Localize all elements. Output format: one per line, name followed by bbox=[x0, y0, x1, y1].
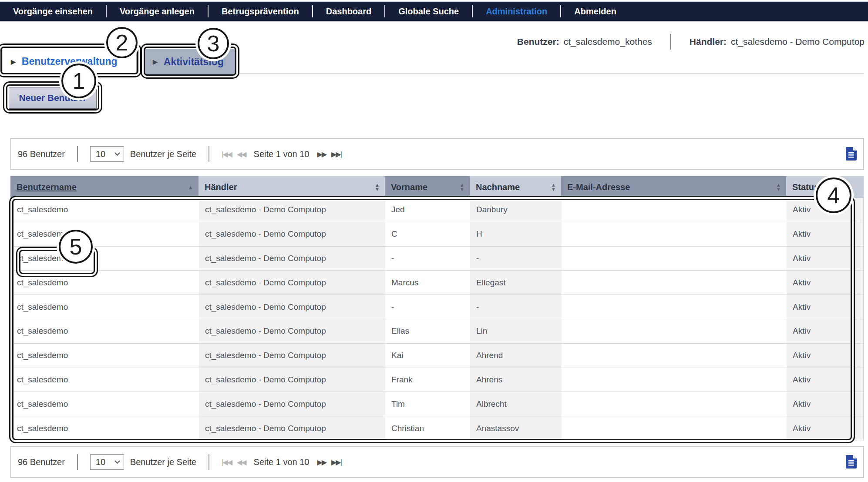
page-indicator: Seite 1 von 10 bbox=[254, 149, 310, 159]
firstname-cell: Christian bbox=[385, 416, 470, 441]
firstname-cell: Kai bbox=[385, 344, 470, 368]
column-header-benutzername[interactable]: Benutzername▲ bbox=[10, 176, 198, 198]
column-header-nachname[interactable]: Nachname▲▼ bbox=[470, 176, 561, 198]
nav-item-dashboard[interactable]: Dashboard bbox=[313, 7, 384, 17]
merchant-cell: ct_salesdemo - Demo Computop bbox=[199, 319, 385, 343]
email-cell bbox=[562, 198, 787, 222]
table-row: ct_salesdemoct_salesdemo - Demo Computop… bbox=[11, 271, 863, 295]
divider bbox=[77, 146, 78, 162]
column-header-status[interactable]: Status bbox=[786, 176, 864, 198]
lastname-cell: Ahrend bbox=[470, 344, 562, 368]
nav-item-betrugsprävention[interactable]: Betrugsprävention bbox=[209, 7, 312, 17]
email-cell bbox=[562, 392, 787, 416]
nav-item-abmelden[interactable]: Abmelden bbox=[561, 7, 629, 17]
pager: |◀◀ ◀◀ Seite 1 von 10 ▶▶ ▶▶| bbox=[222, 457, 341, 467]
lastname-cell: Ellegast bbox=[470, 271, 562, 295]
status-cell: Aktiv bbox=[787, 295, 863, 319]
page-size-value: 10 bbox=[96, 149, 105, 159]
per-page-label: Benutzer je Seite bbox=[130, 457, 196, 467]
email-cell bbox=[562, 295, 787, 319]
result-count: 96 Benutzer bbox=[18, 457, 65, 467]
firstname-cell: Elias bbox=[385, 319, 470, 343]
username-cell[interactable]: ct_salesdemo bbox=[11, 247, 199, 271]
next-page-icon[interactable]: ▶▶ bbox=[317, 150, 326, 158]
table-body: ct_salesdemoct_salesdemo - Demo Computop… bbox=[10, 198, 864, 441]
email-cell bbox=[562, 247, 787, 271]
username-cell[interactable]: ct_salesdemo bbox=[11, 368, 199, 392]
column-header-label: Händler bbox=[205, 182, 237, 192]
merchant-value: ct_salesdemo - Demo Computop bbox=[731, 37, 865, 47]
firstname-cell: - bbox=[385, 295, 470, 319]
export-document-icon[interactable] bbox=[845, 455, 857, 471]
table-row: ct_salesdemoct_salesdemo - Demo Computop… bbox=[11, 416, 863, 441]
lastname-cell: Albrecht bbox=[470, 392, 562, 416]
username-cell[interactable]: ct_salesdemo bbox=[11, 271, 199, 295]
email-cell bbox=[562, 368, 787, 392]
merchant-cell: ct_salesdemo - Demo Computop bbox=[199, 198, 385, 222]
page-size-select[interactable]: 10 bbox=[90, 146, 124, 162]
nav-item-vorgänge-einsehen[interactable]: Vorgänge einsehen bbox=[13, 7, 106, 17]
username-cell[interactable]: ct_salesdemo bbox=[11, 392, 199, 416]
last-page-icon[interactable]: ▶▶| bbox=[331, 150, 341, 158]
lastname-cell: - bbox=[470, 295, 562, 319]
username-cell[interactable]: ct_salesdemo bbox=[11, 344, 199, 368]
last-page-icon[interactable]: ▶▶| bbox=[331, 458, 341, 466]
sort-both-icon: ▲▼ bbox=[460, 183, 464, 191]
table-row: ct_salesdemoct_salesdemo - Demo Computop… bbox=[11, 368, 863, 392]
username-cell[interactable]: ct_salesdemo bbox=[11, 295, 199, 319]
username-cell[interactable]: ct_salesdemo bbox=[11, 319, 199, 343]
tab-benutzerverwaltung[interactable]: ▶ Benutzerverwaltung bbox=[3, 49, 137, 74]
tabstrip-underline bbox=[10, 73, 864, 74]
top-navbar: Vorgänge einsehenVorgänge anlegenBetrugs… bbox=[0, 1, 868, 22]
table-row: ct_salesdemoct_salesdemo - Demo Computop… bbox=[11, 247, 863, 271]
prev-page-icon[interactable]: ◀◀ bbox=[237, 150, 246, 158]
page-size-select[interactable]: 10 bbox=[90, 454, 124, 470]
column-header-label: Benutzername bbox=[17, 182, 77, 192]
merchant-cell: ct_salesdemo - Demo Computop bbox=[199, 271, 385, 295]
nav-item-administration[interactable]: Administration bbox=[473, 7, 560, 17]
page-indicator: Seite 1 von 10 bbox=[254, 457, 310, 467]
prev-page-icon[interactable]: ◀◀ bbox=[237, 458, 246, 466]
user-value: ct_salesdemo_kothes bbox=[564, 37, 652, 47]
sort-both-icon: ▲▼ bbox=[551, 183, 556, 191]
nav-item-globale-suche[interactable]: Globale Suche bbox=[385, 7, 472, 17]
user-info-divider bbox=[670, 34, 671, 50]
merchant-label: Händler: bbox=[690, 37, 727, 47]
username-cell[interactable]: ct_salesdemo bbox=[11, 198, 199, 222]
merchant-cell: ct_salesdemo - Demo Computop bbox=[199, 295, 385, 319]
merchant-cell: ct_salesdemo - Demo Computop bbox=[199, 247, 385, 271]
firstname-cell: C bbox=[385, 222, 470, 246]
column-header-label: Nachname bbox=[476, 182, 520, 192]
new-user-button[interactable]: Neuer Benutzer bbox=[9, 87, 97, 109]
firstname-cell: Frank bbox=[385, 368, 470, 392]
column-header-e-mail-adresse[interactable]: E-Mail-Adresse▲▼ bbox=[561, 176, 786, 198]
merchant-cell: ct_salesdemo - Demo Computop bbox=[199, 392, 385, 416]
email-cell bbox=[562, 319, 787, 343]
column-header-vorname[interactable]: Vorname▲▼ bbox=[385, 176, 470, 198]
pager: |◀◀ ◀◀ Seite 1 von 10 ▶▶ ▶▶| bbox=[222, 149, 341, 159]
status-cell: Aktiv bbox=[787, 271, 863, 295]
export-document-icon[interactable] bbox=[845, 147, 857, 163]
email-cell bbox=[562, 344, 787, 368]
column-header-label: Vorname bbox=[391, 182, 427, 192]
sort-both-icon: ▲▼ bbox=[776, 183, 781, 191]
table-row: ct_salesdemoct_salesdemo - Demo Computop… bbox=[11, 319, 863, 344]
next-page-icon[interactable]: ▶▶ bbox=[317, 458, 326, 466]
lastname-cell: Danbury bbox=[470, 198, 562, 222]
column-header-händler[interactable]: Händler▲▼ bbox=[198, 176, 385, 198]
divider bbox=[209, 146, 209, 162]
page-size-value: 10 bbox=[96, 457, 105, 467]
status-cell: Aktiv bbox=[787, 198, 863, 222]
first-page-icon[interactable]: |◀◀ bbox=[222, 458, 232, 466]
sort-both-icon: ▲▼ bbox=[375, 183, 380, 191]
nav-item-vorgänge-anlegen[interactable]: Vorgänge anlegen bbox=[107, 7, 208, 17]
tab-aktivitaetslog[interactable]: ▶ Aktivitätslog bbox=[145, 49, 235, 75]
tab-arrow-icon: ▶ bbox=[11, 58, 16, 65]
status-cell: Aktiv bbox=[787, 392, 863, 416]
status-cell: Aktiv bbox=[787, 416, 863, 441]
first-page-icon[interactable]: |◀◀ bbox=[222, 150, 232, 158]
divider bbox=[209, 454, 209, 470]
username-cell[interactable]: ct_salesdemo bbox=[11, 222, 199, 246]
user-info-bar: Benutzer:ct_salesdemo_kothes Händler:ct_… bbox=[418, 33, 865, 50]
username-cell[interactable]: ct_salesdemo bbox=[11, 416, 199, 441]
